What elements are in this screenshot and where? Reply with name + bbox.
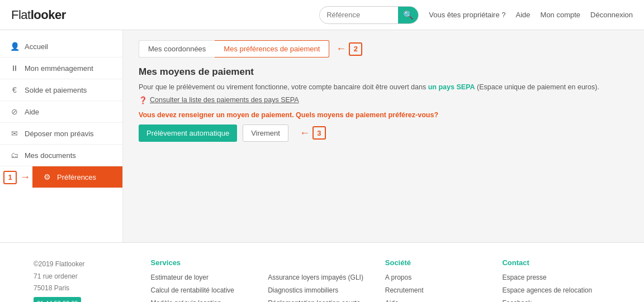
emmenagement-icon: ⏸ — [10, 64, 19, 73]
nav-proprietaire[interactable]: Vous êtes propriétaire ? — [429, 11, 505, 19]
footer-link-calcul[interactable]: Calcul de rentabilité locative — [151, 284, 250, 297]
footer-link-diagnostics[interactable]: Diagnostics immobiliers — [268, 284, 367, 297]
question-icon: ❓ — [139, 96, 148, 104]
nav-deconnexion[interactable]: Déconnexion — [590, 11, 633, 19]
annotation-2-group: ← 2 — [336, 42, 362, 56]
footer-services-col: Services Estimateur de loyer Calcul de r… — [142, 258, 259, 302]
sidebar-label-preavis: Déposer mon préavis — [25, 130, 94, 138]
sidebar: 👤 Accueil ⏸ Mon emménagement € Solde et … — [0, 30, 123, 242]
footer: ©2019 Flatlooker 71 rue ordener 75018 Pa… — [0, 242, 644, 302]
sidebar-label-solde: Solde et paiements — [25, 86, 87, 94]
sidebar-label-documents: Mes documents — [25, 151, 76, 160]
euro-icon: € — [10, 85, 19, 94]
tabs: Mes coordonnées Mes préférences de paiem… — [139, 40, 329, 57]
section-desc: Pour que le prélèvement ou virement fonc… — [139, 82, 628, 93]
sidebar-item-accueil[interactable]: 👤 Accueil — [0, 36, 122, 57]
footer-col3: _ Assurance loyers impayés (GLI) Diagnos… — [259, 258, 376, 302]
annotation-3-group: ← 3 — [300, 126, 326, 140]
tab-preferences[interactable]: Mes préférences de paiement — [215, 40, 329, 57]
warning-text: Vous devez renseigner un moyen de paieme… — [139, 111, 628, 119]
arrow-3: ← — [300, 127, 310, 139]
nav-mon-compte[interactable]: Mon compte — [541, 11, 581, 19]
footer-link-aide[interactable]: Aide — [385, 297, 485, 302]
sidebar-item-aide[interactable]: ⊘ Aide — [0, 101, 122, 123]
user-icon: 👤 — [10, 42, 19, 51]
footer-brand-col: ©2019 Flatlooker 71 rue ordener 75018 Pa… — [34, 258, 142, 302]
footer-link-facebook[interactable]: Facebook — [502, 297, 602, 302]
sidebar-label-aide: Aide — [25, 108, 39, 116]
arrow-2: ← — [336, 43, 346, 55]
sepa-link[interactable]: un pays SEPA — [428, 83, 475, 91]
payment-row: Prélèvement automatique Virement ← 3 — [139, 124, 628, 142]
header: Flatlooker 🔍 Vous êtes propriétaire ? Ai… — [0, 0, 644, 30]
footer-link-presse[interactable]: Espace presse — [502, 271, 602, 284]
header-right: 🔍 Vous êtes propriétaire ? Aide Mon comp… — [319, 6, 633, 24]
folder-icon: 🗂 — [10, 151, 19, 160]
footer-address2: 75018 Paris — [34, 282, 133, 295]
badge-2: 2 — [349, 42, 362, 56]
footer-link-recrutement[interactable]: Recrutement — [385, 284, 485, 297]
search-input[interactable] — [320, 11, 398, 19]
nav-aide[interactable]: Aide — [516, 11, 531, 19]
mail-icon: ✉ — [10, 129, 19, 138]
footer-phone[interactable]: 01.44.53.02.69 — [34, 297, 81, 302]
btn-virement[interactable]: Virement — [243, 124, 288, 142]
main-container: 👤 Accueil ⏸ Mon emménagement € Solde et … — [0, 30, 644, 242]
sidebar-item-preferences[interactable]: ⚙ Préférences — [32, 166, 122, 188]
gear-icon: ⚙ — [42, 172, 51, 181]
consult-link-row: ❓ Consulter la liste des paiements des p… — [139, 96, 628, 104]
sidebar-item-documents[interactable]: 🗂 Mes documents — [0, 145, 122, 166]
search-button[interactable]: 🔍 — [398, 6, 418, 24]
footer-link-apropos[interactable]: A propos — [385, 271, 485, 284]
footer-copyright: ©2019 Flatlooker — [34, 258, 133, 271]
desc-part1: Pour que le prélèvement ou virement fonc… — [139, 83, 428, 91]
footer-contact-title: Contact — [502, 258, 602, 267]
tabs-row: Mes coordonnées Mes préférences de paiem… — [139, 40, 628, 57]
footer-link-reglementation[interactable]: Réglementation location courte durée — [268, 297, 367, 302]
sidebar-preferences-row: 1 → ⚙ Préférences — [0, 166, 122, 188]
footer-address1: 71 rue ordener — [34, 271, 133, 283]
badge-1: 1 — [3, 171, 17, 184]
footer-link-modele[interactable]: Modèle préavis location — [151, 297, 250, 302]
desc-part2: (Espace unique de paiement en euros). — [475, 83, 599, 91]
footer-link-estimateur[interactable]: Estimateur de loyer — [151, 271, 250, 284]
content-area: Mes coordonnées Mes préférences de paiem… — [123, 30, 644, 242]
footer-societe-title: Société — [385, 258, 485, 267]
sidebar-label-preferences: Préférences — [57, 173, 96, 181]
footer-inner: ©2019 Flatlooker 71 rue ordener 75018 Pa… — [34, 258, 610, 302]
section-title: Mes moyens de paiement — [139, 66, 628, 78]
footer-services-title: Services — [151, 258, 250, 267]
sidebar-item-preavis[interactable]: ✉ Déposer mon préavis — [0, 123, 122, 145]
footer-link-agences[interactable]: Espace agences de relocation — [502, 284, 602, 297]
sidebar-label-accueil: Accueil — [25, 42, 48, 51]
annotation-1-group: 1 → — [0, 171, 30, 184]
logo-flat: Flat — [11, 8, 31, 22]
sidebar-label-emmenagement: Mon emménagement — [25, 64, 93, 73]
sidebar-item-emmenagement[interactable]: ⏸ Mon emménagement — [0, 57, 122, 79]
tab-coordonnees[interactable]: Mes coordonnées — [139, 40, 215, 57]
search-box: 🔍 — [319, 6, 419, 24]
aide-icon: ⊘ — [10, 107, 19, 116]
logo-looker: looker — [31, 8, 66, 22]
consult-link[interactable]: Consulter la liste des paiements des pay… — [150, 96, 299, 104]
footer-link-assurance[interactable]: Assurance loyers impayés (GLI) — [268, 271, 367, 284]
badge-3: 3 — [312, 126, 326, 140]
logo: Flatlooker — [11, 8, 66, 22]
footer-societe-col: Société A propos Recrutement Aide C.G.V.… — [376, 258, 494, 302]
sidebar-item-solde[interactable]: € Solde et paiements — [0, 79, 122, 101]
footer-contact-col: Contact Espace presse Espace agences de … — [493, 258, 610, 302]
btn-prelevement[interactable]: Prélèvement automatique — [139, 124, 237, 142]
arrow-1: → — [20, 171, 30, 183]
